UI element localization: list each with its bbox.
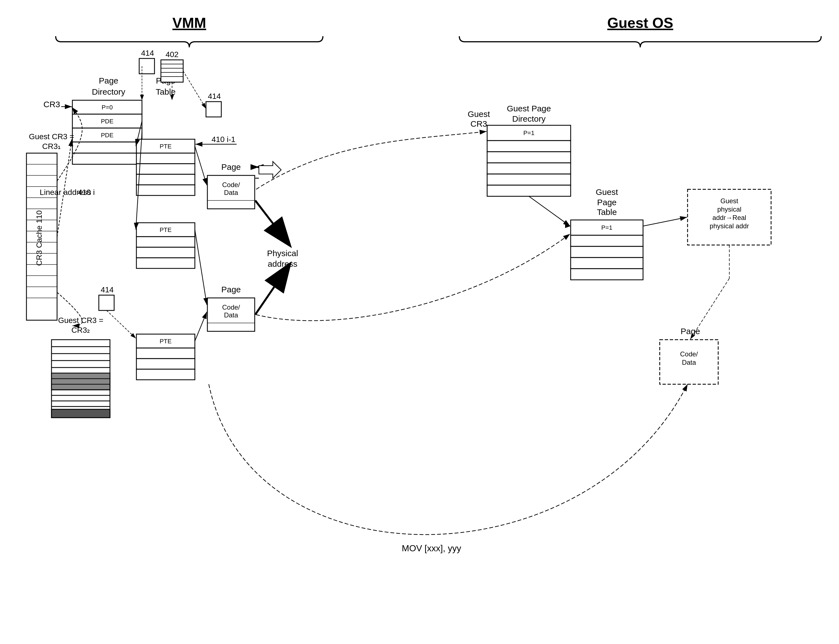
svg-rect-18 (72, 142, 142, 153)
page-directory-title2: Directory (92, 87, 125, 96)
num-414c: 414 (101, 285, 114, 294)
svg-rect-22 (136, 153, 195, 164)
svg-rect-27 (136, 237, 195, 247)
svg-rect-19 (72, 153, 142, 164)
physical-address2: address (268, 259, 297, 268)
svg-rect-58 (51, 409, 110, 417)
cr3-cache-label: CR3 Cache 110 (35, 210, 43, 266)
guest-cr3-label: Guest (468, 109, 490, 118)
svg-rect-51 (51, 373, 110, 390)
pte1-label: PTE (160, 143, 172, 150)
guest-page-table-title2: Page (597, 198, 617, 207)
page1-title: Page (221, 162, 241, 171)
physical-address: Physical (267, 249, 298, 258)
svg-rect-23 (136, 164, 195, 174)
guest-phys-label4: physical addr (709, 222, 749, 230)
svg-rect-38 (161, 60, 183, 82)
pde2-label: PDE (101, 132, 113, 139)
pte2-label: PTE (160, 227, 172, 233)
guest-phys-label: Guest (721, 197, 738, 205)
page-directory-title: Page (99, 76, 118, 85)
svg-rect-43 (139, 59, 154, 74)
svg-rect-24 (136, 174, 195, 185)
pte3-label: PTE (160, 338, 172, 345)
svg-rect-62 (487, 163, 571, 174)
svg-rect-67 (571, 246, 643, 258)
guest-p1b-label: P=1 (601, 224, 612, 231)
num-410i1: 410 i-1 (212, 135, 235, 144)
guest-cr3-2b-label: CR3₂ (71, 326, 90, 334)
guest-phys-label2: physical (718, 205, 742, 213)
vmm-label: VMM (172, 15, 206, 31)
guest-phys-label3: addr→Real (713, 214, 746, 221)
svg-rect-31 (136, 348, 195, 359)
code-data1: Code/ (222, 181, 240, 189)
guest-os-label: Guest OS (607, 15, 673, 31)
svg-rect-32 (136, 359, 195, 369)
guest-cr3-1-label: Guest CR3 = (29, 132, 74, 141)
page2-title: Page (221, 285, 241, 294)
code-data1b: Data (224, 189, 238, 196)
guest-page-dir-title: Guest Page (507, 104, 551, 113)
svg-rect-28 (136, 247, 195, 258)
svg-rect-66 (571, 235, 643, 246)
num-414b: 414 (208, 92, 221, 100)
svg-rect-64 (487, 185, 571, 196)
svg-rect-61 (487, 152, 571, 163)
linear-address-label: Linear address (39, 188, 91, 197)
svg-rect-45 (99, 295, 114, 310)
svg-rect-68 (571, 258, 643, 269)
svg-rect-25 (136, 185, 195, 196)
svg-rect-60 (487, 141, 571, 152)
num-414a: 414 (141, 49, 154, 58)
svg-rect-29 (136, 258, 195, 268)
svg-rect-33 (136, 369, 195, 380)
guest-cr3-label2: CR3 (470, 119, 487, 128)
guest-page-table-title3: Table (597, 207, 617, 217)
guest-page-table-title: Guest (596, 187, 618, 197)
svg-rect-44 (206, 102, 221, 117)
code-data3b: Data (682, 359, 696, 366)
page-table-title2: Table (156, 87, 176, 96)
code-data3: Code/ (680, 350, 698, 358)
guest-cr3-1b-label: CR3₁ (42, 142, 61, 151)
guest-p1a-label: P=1 (523, 130, 534, 136)
pde1-label: PDE (101, 118, 113, 125)
code-data2: Code/ (222, 304, 240, 311)
page3-title: Page (681, 327, 700, 336)
guest-cr3-2-label: Guest CR3 = (58, 316, 103, 325)
num-402: 402 (166, 50, 179, 59)
svg-rect-69 (571, 269, 643, 280)
guest-page-dir-title2: Directory (512, 114, 546, 123)
code-data2b: Data (224, 311, 238, 319)
mov-label: MOV [xxx], yyy (402, 543, 461, 553)
svg-rect-63 (487, 174, 571, 185)
cr3-arrow-label: CR3 (43, 100, 60, 109)
p0-label: P=0 (102, 104, 113, 111)
